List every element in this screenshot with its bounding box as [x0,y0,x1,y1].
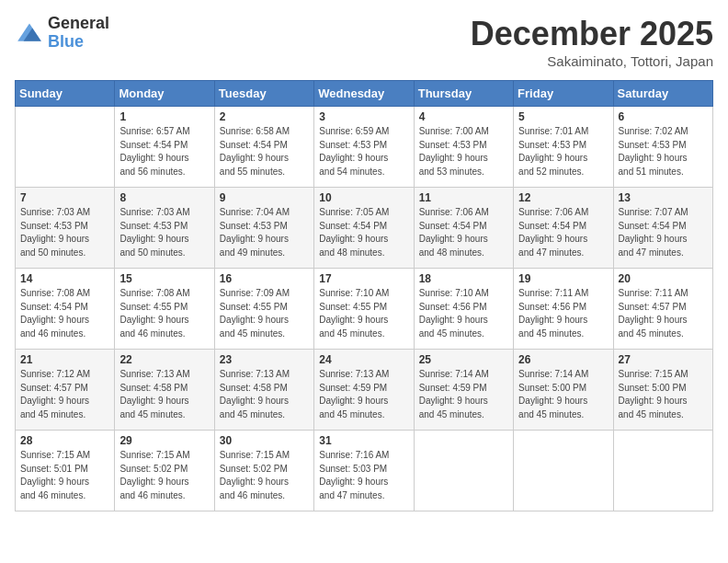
calendar-week-row: 14Sunrise: 7:08 AM Sunset: 4:54 PM Dayli… [16,269,713,350]
day-number: 3 [319,110,408,123]
day-number: 23 [220,353,309,366]
calendar-week-row: 28Sunrise: 7:15 AM Sunset: 5:01 PM Dayli… [16,431,713,511]
day-number: 31 [319,434,408,447]
weekday-header: Tuesday [214,81,313,107]
calendar-cell: 29Sunrise: 7:15 AM Sunset: 5:02 PM Dayli… [115,431,214,511]
day-number: 2 [220,110,309,123]
day-info: Sunrise: 7:05 AM Sunset: 4:54 PM Dayligh… [319,206,408,259]
weekday-header: Monday [115,81,214,107]
day-number: 30 [220,434,309,447]
day-number: 21 [20,353,109,366]
day-info: Sunrise: 7:15 AM Sunset: 5:00 PM Dayligh… [619,368,708,421]
day-number: 4 [419,110,508,123]
day-number: 27 [619,353,708,366]
calendar-cell [16,107,115,188]
day-info: Sunrise: 7:11 AM Sunset: 4:56 PM Dayligh… [518,287,608,340]
calendar-cell [514,431,613,511]
day-number: 9 [220,191,309,204]
month-title: December 2025 [471,15,713,53]
day-number: 15 [119,272,209,285]
logo-blue: Blue [48,33,109,52]
calendar-cell: 23Sunrise: 7:13 AM Sunset: 4:58 PM Dayli… [214,350,313,431]
day-info: Sunrise: 7:01 AM Sunset: 4:53 PM Dayligh… [518,125,608,178]
calendar-cell: 7Sunrise: 7:03 AM Sunset: 4:53 PM Daylig… [16,188,115,269]
day-info: Sunrise: 7:13 AM Sunset: 4:58 PM Dayligh… [119,368,209,421]
day-info: Sunrise: 7:12 AM Sunset: 4:57 PM Dayligh… [20,368,109,421]
location: Sakaiminato, Tottori, Japan [471,53,713,69]
day-info: Sunrise: 7:10 AM Sunset: 4:55 PM Dayligh… [319,287,408,340]
calendar-cell: 5Sunrise: 7:01 AM Sunset: 4:53 PM Daylig… [514,107,613,188]
calendar-cell: 28Sunrise: 7:15 AM Sunset: 5:01 PM Dayli… [16,431,115,511]
day-info: Sunrise: 7:08 AM Sunset: 4:55 PM Dayligh… [119,287,209,340]
day-number: 1 [119,110,209,123]
calendar-cell: 10Sunrise: 7:05 AM Sunset: 4:54 PM Dayli… [314,188,414,269]
day-number: 16 [220,272,309,285]
day-info: Sunrise: 7:15 AM Sunset: 5:02 PM Dayligh… [119,449,209,502]
day-number: 8 [119,191,209,204]
day-info: Sunrise: 7:14 AM Sunset: 4:59 PM Dayligh… [419,368,508,421]
day-info: Sunrise: 7:00 AM Sunset: 4:53 PM Dayligh… [419,125,508,178]
calendar-cell: 14Sunrise: 7:08 AM Sunset: 4:54 PM Dayli… [16,269,115,350]
day-number: 11 [419,191,508,204]
calendar-cell: 9Sunrise: 7:04 AM Sunset: 4:53 PM Daylig… [214,188,313,269]
day-number: 24 [319,353,408,366]
calendar-cell: 18Sunrise: 7:10 AM Sunset: 4:56 PM Dayli… [414,269,513,350]
day-number: 12 [518,191,608,204]
day-info: Sunrise: 7:07 AM Sunset: 4:54 PM Dayligh… [619,206,708,259]
day-number: 26 [518,353,608,366]
day-info: Sunrise: 7:03 AM Sunset: 4:53 PM Dayligh… [119,206,209,259]
day-info: Sunrise: 6:57 AM Sunset: 4:54 PM Dayligh… [119,125,209,178]
day-info: Sunrise: 7:15 AM Sunset: 5:02 PM Dayligh… [220,449,309,502]
weekday-header: Saturday [613,81,712,107]
calendar-cell: 17Sunrise: 7:10 AM Sunset: 4:55 PM Dayli… [314,269,414,350]
calendar-cell [414,431,513,511]
day-info: Sunrise: 7:11 AM Sunset: 4:57 PM Dayligh… [619,287,708,340]
title-block: December 2025 Sakaiminato, Tottori, Japa… [471,15,713,69]
calendar-cell: 31Sunrise: 7:16 AM Sunset: 5:03 PM Dayli… [314,431,414,511]
day-number: 17 [319,272,408,285]
calendar-cell: 26Sunrise: 7:14 AM Sunset: 5:00 PM Dayli… [514,350,613,431]
logo: General Blue [15,15,109,52]
calendar-cell: 8Sunrise: 7:03 AM Sunset: 4:53 PM Daylig… [115,188,214,269]
weekday-header: Thursday [414,81,513,107]
day-info: Sunrise: 7:16 AM Sunset: 5:03 PM Dayligh… [319,449,408,502]
page-header: General Blue December 2025 Sakaiminato, … [15,15,713,69]
day-number: 6 [619,110,708,123]
calendar-week-row: 7Sunrise: 7:03 AM Sunset: 4:53 PM Daylig… [16,188,713,269]
weekday-header-row: SundayMondayTuesdayWednesdayThursdayFrid… [16,81,713,107]
calendar-cell: 3Sunrise: 6:59 AM Sunset: 4:53 PM Daylig… [314,107,414,188]
calendar-week-row: 1Sunrise: 6:57 AM Sunset: 4:54 PM Daylig… [16,107,713,188]
day-number: 25 [419,353,508,366]
day-info: Sunrise: 7:15 AM Sunset: 5:01 PM Dayligh… [20,449,109,502]
day-number: 28 [20,434,109,447]
day-info: Sunrise: 7:04 AM Sunset: 4:53 PM Dayligh… [220,206,309,259]
day-number: 29 [119,434,209,447]
calendar-cell: 13Sunrise: 7:07 AM Sunset: 4:54 PM Dayli… [613,188,712,269]
day-info: Sunrise: 7:13 AM Sunset: 4:58 PM Dayligh… [220,368,309,421]
day-info: Sunrise: 6:58 AM Sunset: 4:54 PM Dayligh… [220,125,309,178]
calendar-cell: 22Sunrise: 7:13 AM Sunset: 4:58 PM Dayli… [115,350,214,431]
day-number: 14 [20,272,109,285]
calendar-cell: 25Sunrise: 7:14 AM Sunset: 4:59 PM Dayli… [414,350,513,431]
weekday-header: Sunday [16,81,115,107]
day-number: 13 [619,191,708,204]
day-info: Sunrise: 6:59 AM Sunset: 4:53 PM Dayligh… [319,125,408,178]
day-info: Sunrise: 7:02 AM Sunset: 4:53 PM Dayligh… [619,125,708,178]
day-info: Sunrise: 7:06 AM Sunset: 4:54 PM Dayligh… [518,206,608,259]
calendar-cell: 12Sunrise: 7:06 AM Sunset: 4:54 PM Dayli… [514,188,613,269]
calendar-cell: 1Sunrise: 6:57 AM Sunset: 4:54 PM Daylig… [115,107,214,188]
day-info: Sunrise: 7:09 AM Sunset: 4:55 PM Dayligh… [220,287,309,340]
calendar-week-row: 21Sunrise: 7:12 AM Sunset: 4:57 PM Dayli… [16,350,713,431]
day-number: 22 [119,353,209,366]
calendar-cell: 24Sunrise: 7:13 AM Sunset: 4:59 PM Dayli… [314,350,414,431]
calendar-cell [613,431,712,511]
weekday-header: Wednesday [314,81,414,107]
day-info: Sunrise: 7:06 AM Sunset: 4:54 PM Dayligh… [419,206,508,259]
day-number: 20 [619,272,708,285]
logo-general: General [48,15,109,33]
day-number: 18 [419,272,508,285]
logo-text: General Blue [48,15,109,52]
logo-icon [15,20,44,46]
day-info: Sunrise: 7:08 AM Sunset: 4:54 PM Dayligh… [20,287,109,340]
day-number: 19 [518,272,608,285]
